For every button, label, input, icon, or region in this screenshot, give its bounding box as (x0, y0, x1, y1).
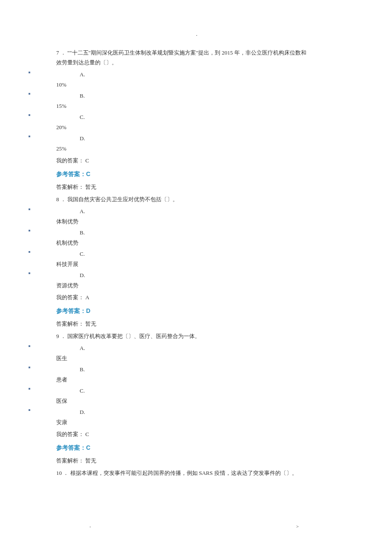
option-text: 资源优势 (56, 282, 392, 289)
option-text: 25% (56, 145, 392, 153)
option-text: 机制优势 (56, 239, 392, 247)
answer-explain: 答案解析： 暂无 (56, 183, 392, 191)
option-text: 患者 (56, 376, 392, 384)
option-text: 安康 (56, 419, 392, 426)
bullet-icon (29, 409, 30, 411)
option-text: 科技开展 (56, 260, 392, 268)
option-d: D. 安康 (29, 408, 392, 426)
footer-marker-right: > (296, 524, 299, 529)
option-letter: D. (80, 408, 85, 416)
bullet-icon (29, 367, 30, 368)
option-letter: C. (80, 250, 85, 258)
option-b: B. 患者 (29, 366, 392, 384)
option-d: D. 资源优势 (29, 272, 392, 289)
bullet-icon (29, 388, 30, 390)
content-area: 7 ． ""十二五"期间深化医药卫生体制改革规划暨实施方案"提出，到 2015 … (0, 48, 392, 478)
option-text: 医生 (56, 355, 392, 362)
option-d: D. 25% (29, 135, 392, 153)
reference-answer: 参考答案：C (56, 444, 392, 452)
option-letter: B. (80, 92, 85, 100)
option-letter: A. (80, 344, 85, 352)
my-answer: 我的答案： A (56, 294, 392, 301)
option-text: 20% (56, 124, 392, 131)
reference-answer: 参考答案：D (56, 307, 392, 315)
option-text: 10% (56, 81, 392, 89)
option-letter: B. (80, 229, 85, 237)
question-text: 7 ． ""十二五"期间深化医药卫生体制改革规划暨实施方案"提出，到 2015 … (56, 48, 354, 58)
bullet-icon (29, 230, 30, 231)
option-letter: C. (80, 387, 85, 395)
option-letter: A. (80, 208, 85, 215)
question-text: 8 ． 我国自然灾害公共卫生应对优势不包括〔〕。 (56, 194, 354, 204)
option-letter: D. (80, 135, 85, 142)
page-marker-top: . (196, 31, 197, 38)
bullet-icon (29, 272, 30, 274)
question-text-line2: 效劳量到达总量的〔〕。 (56, 58, 354, 67)
option-letter: D. (80, 272, 85, 279)
option-a: A. 医生 (29, 344, 392, 362)
bullet-icon (29, 251, 30, 253)
answer-explain: 答案解析： 暂无 (56, 457, 392, 465)
bullet-icon (29, 136, 30, 137)
reference-answer: 参考答案：C (56, 171, 392, 178)
bullet-icon (29, 208, 30, 210)
option-letter: A. (80, 71, 85, 78)
option-a: A. 体制优势 (29, 208, 392, 225)
option-c: C. 20% (29, 113, 392, 131)
bullet-icon (29, 345, 30, 347)
my-answer: 我的答案： C (56, 157, 392, 165)
bullet-icon (29, 114, 30, 116)
option-letter: C. (80, 113, 85, 121)
option-text: 医保 (56, 397, 392, 405)
question-text: 9 ． 国家医疗机构改革要把〔〕、医疗、医药整合为一体。 (56, 331, 354, 341)
answer-explain: 答案解析： 暂无 (56, 320, 392, 328)
option-c: C. 科技开展 (29, 250, 392, 268)
bullet-icon (29, 72, 30, 73)
option-a: A. 10% (29, 71, 392, 89)
question-text: 10 ． 根据本课程，突发事件可能引起跨国界的传播，例如 SARS 疫情，这表达… (56, 468, 354, 478)
bullet-icon (29, 93, 30, 95)
option-b: B. 机制优势 (29, 229, 392, 247)
option-text: 15% (56, 102, 392, 110)
my-answer: 我的答案： C (56, 431, 392, 438)
option-c: C. 医保 (29, 387, 392, 405)
option-b: B. 15% (29, 92, 392, 110)
option-letter: B. (80, 366, 85, 373)
footer-marker-left: . (89, 522, 91, 529)
option-text: 体制优势 (56, 218, 392, 225)
